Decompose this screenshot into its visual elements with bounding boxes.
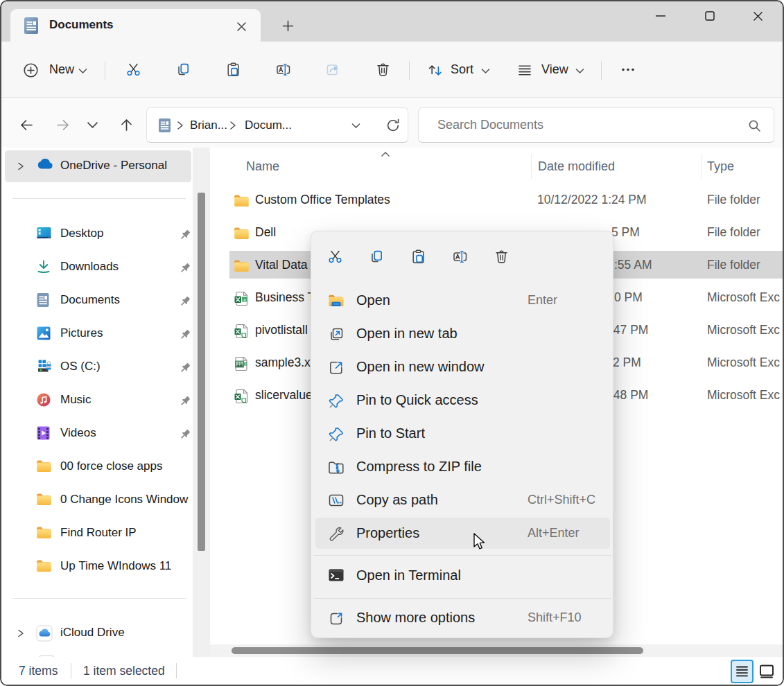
- breadcrumb-chevron-icon[interactable]: [177, 121, 184, 130]
- sidebar-item-label: Find Router IP: [60, 526, 137, 540]
- file-name: sample3.x: [255, 355, 311, 370]
- folder-icon: [234, 193, 250, 207]
- menu-item-pin-to-quick-access[interactable]: Pin to Quick access: [315, 385, 610, 418]
- address-dropdown-icon[interactable]: [351, 123, 360, 129]
- chevron-right-icon[interactable]: [17, 628, 25, 638]
- file-type: Microsoft Exc: [707, 290, 780, 305]
- pin-icon: [179, 229, 191, 241]
- sidebar-item-label: iCloud Drive: [60, 626, 125, 640]
- sidebar-item-0-change-icons-window[interactable]: 0 Change Icons Window: [5, 484, 191, 516]
- large-icons-view-toggle[interactable]: [757, 662, 776, 681]
- paste-button[interactable]: [225, 62, 242, 78]
- sidebar-item-videos[interactable]: Videos: [5, 418, 191, 450]
- view-list-icon: [516, 62, 533, 78]
- sidebar-item-find-router-ip[interactable]: Find Router IP: [5, 518, 191, 549]
- refresh-icon[interactable]: [385, 118, 401, 133]
- column-header-date[interactable]: Date modified: [538, 159, 615, 174]
- menu-item-copy-as-path[interactable]: Copy as pathCtrl+Shift+C: [315, 484, 610, 518]
- file-name: slicervalue: [255, 388, 313, 403]
- sidebar-item-documents[interactable]: Documents: [5, 285, 191, 317]
- menu-item-properties[interactable]: PropertiesAlt+Enter: [315, 518, 610, 549]
- breadcrumb-chevron-icon[interactable]: [229, 121, 236, 130]
- sidebar-item-00-force-close-apps[interactable]: 00 force close apps: [5, 451, 191, 483]
- quick-action-cut[interactable]: [327, 249, 344, 265]
- open-folder-icon: [328, 293, 345, 308]
- more-options-button[interactable]: [620, 62, 636, 78]
- file-date: 0 PM: [614, 290, 643, 305]
- toolbar-separator: [601, 61, 602, 80]
- file-date: 5 PM: [611, 225, 640, 240]
- sidebar-scrollbar-thumb[interactable]: [198, 193, 205, 551]
- file-type: File folder: [707, 258, 760, 272]
- maximize-button[interactable]: [699, 6, 720, 26]
- menu-item-label: Open in new tab: [356, 326, 458, 342]
- quick-action-rename[interactable]: [452, 249, 469, 265]
- excel-workbook-icon: [234, 291, 248, 306]
- menu-item-compress-to-zip-file[interactable]: Compress to ZIP file: [315, 451, 610, 484]
- file-name: Vital Data: [255, 258, 308, 272]
- sidebar-item-os-c[interactable]: OS (C:): [5, 351, 191, 383]
- sidebar-item-onedrive-personal[interactable]: OneDrive - Personal: [5, 150, 191, 182]
- column-separator[interactable]: [531, 154, 532, 179]
- column-separator[interactable]: [701, 154, 702, 179]
- menu-item-show-more-options[interactable]: Show more optionsShift+F10: [315, 602, 610, 635]
- menu-item-label: Show more options: [356, 610, 475, 626]
- menu-item-open-in-new-window[interactable]: Open in new window: [315, 351, 610, 385]
- new-tab-button[interactable]: [279, 17, 297, 35]
- menu-item-pin-to-start[interactable]: Pin to Start: [315, 418, 610, 451]
- show-more-icon: [328, 610, 345, 627]
- music-icon: [36, 392, 51, 407]
- quick-action-delete[interactable]: [494, 249, 510, 265]
- close-window-button[interactable]: [747, 6, 768, 26]
- plus-icon: [282, 20, 294, 32]
- cut-button[interactable]: [125, 62, 142, 78]
- pin-icon: [328, 393, 345, 410]
- back-button[interactable]: [19, 117, 35, 133]
- rename-button[interactable]: [275, 62, 292, 78]
- copy-button[interactable]: [175, 62, 192, 78]
- sidebar-item-music[interactable]: Music: [5, 385, 191, 416]
- tab-bar: Documents: [0, 0, 784, 42]
- menu-item-open-in-new-tab[interactable]: Open in new tab: [315, 318, 610, 351]
- downloads-icon: [36, 259, 51, 274]
- column-header-name[interactable]: Name: [246, 159, 279, 174]
- sidebar-item-downloads[interactable]: Downloads: [5, 252, 191, 283]
- terminal-icon: [328, 568, 345, 582]
- recent-locations-button[interactable]: [87, 121, 98, 129]
- file-date: :47 PM: [610, 323, 648, 337]
- pin-icon: [328, 426, 345, 443]
- horizontal-scrollbar[interactable]: [210, 644, 783, 657]
- copy-path-icon: [328, 493, 345, 508]
- search-box[interactable]: Search Documents: [418, 107, 774, 143]
- sidebar-item-desktop[interactable]: Desktop: [5, 218, 191, 250]
- quick-action-paste[interactable]: [410, 249, 427, 265]
- toolbar-separator: [409, 61, 410, 80]
- sidebar-item-icloud-drive[interactable]: iCloud Drive: [5, 617, 191, 649]
- pictures-icon: [36, 326, 51, 341]
- delete-button[interactable]: [375, 62, 392, 78]
- breadcrumb-item[interactable]: Brian...: [190, 118, 227, 132]
- folder-icon: [36, 525, 52, 539]
- sidebar-item-pictures[interactable]: Pictures: [5, 318, 191, 350]
- menu-item-open-in-terminal[interactable]: Open in Terminal: [315, 560, 610, 593]
- breadcrumb-item[interactable]: Docum...: [245, 118, 292, 132]
- menu-divider: [314, 555, 611, 556]
- address-bar[interactable]: Brian... Docum...: [146, 107, 408, 143]
- column-header-type[interactable]: Type: [707, 159, 734, 174]
- tab-documents[interactable]: Documents: [10, 9, 261, 42]
- chevron-right-icon[interactable]: [17, 161, 25, 171]
- up-button[interactable]: [119, 117, 134, 133]
- details-view-toggle[interactable]: [731, 660, 753, 683]
- tab-close-icon[interactable]: [232, 17, 250, 35]
- menu-item-open[interactable]: OpenEnter: [315, 285, 610, 318]
- file-row-custom-office-templates[interactable]: Custom Office Templates 10/12/2022 1:24 …: [229, 186, 783, 213]
- horizontal-scrollbar-thumb[interactable]: [232, 647, 643, 654]
- file-type: File folder: [707, 225, 760, 240]
- sidebar-scrollbar[interactable]: [193, 148, 210, 657]
- sort-button-label: Sort: [451, 62, 473, 77]
- tab-title: Documents: [49, 18, 114, 32]
- sidebar-item-up-time-windows-11[interactable]: Up Time WIndows 11: [5, 551, 191, 583]
- minimize-button[interactable]: [650, 6, 671, 26]
- quick-action-copy[interactable]: [369, 249, 385, 265]
- navigation-pane: OneDrive - Personal Desktop Downloads Do…: [1, 148, 193, 657]
